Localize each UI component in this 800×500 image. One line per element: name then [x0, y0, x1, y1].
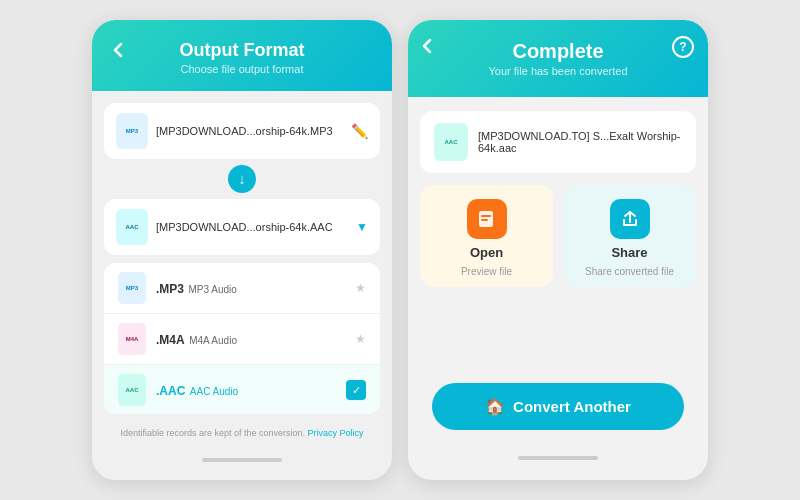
format-mp3-text: .MP3 MP3 Audio — [156, 279, 345, 297]
right-panel-body: AAC [MP3DOWNLOAD.TO] S...Exalt Worship-6… — [408, 97, 708, 480]
right-panel-title: Complete — [424, 40, 692, 63]
share-sublabel: Share converted file — [585, 266, 674, 277]
edit-icon[interactable]: ✏️ — [351, 123, 368, 139]
result-file-row: AAC [MP3DOWNLOAD.TO] S...Exalt Worship-6… — [420, 111, 696, 173]
left-panel: Output Format Choose file output format … — [92, 20, 392, 480]
action-buttons: Open Preview file Share Share converted … — [420, 185, 696, 287]
open-label: Open — [470, 245, 503, 260]
format-m4a-text: .M4A M4A Audio — [156, 330, 345, 348]
left-panel-subtitle: Choose file output format — [108, 63, 376, 75]
source-file-name: [MP3DOWNLOAD...orship-64k.MP3 — [156, 125, 343, 137]
output-file-name: [MP3DOWNLOAD...orship-64k.AAC — [156, 221, 348, 233]
share-button[interactable]: Share Share converted file — [563, 185, 696, 287]
convert-another-button[interactable]: 🏠 Convert Another — [432, 383, 684, 430]
share-icon — [610, 199, 650, 239]
format-mp3[interactable]: MP3 .MP3 MP3 Audio ★ — [104, 263, 380, 314]
left-back-button[interactable] — [106, 38, 130, 62]
open-button[interactable]: Open Preview file — [420, 185, 553, 287]
home-indicator-right — [420, 450, 696, 466]
format-mp3-icon: MP3 — [118, 272, 146, 304]
help-button[interactable]: ? — [672, 36, 694, 58]
arrow-circle: ↓ — [228, 165, 256, 193]
right-back-button[interactable] — [422, 38, 432, 58]
source-file-row: [MP3DOWNLOAD...orship-64k.MP3 ✏️ — [104, 103, 380, 159]
dropdown-icon: ▼ — [356, 220, 368, 234]
convert-another-label: Convert Another — [513, 398, 631, 415]
left-panel-body: [MP3DOWNLOAD...orship-64k.MP3 ✏️ ↓ AAC [… — [92, 91, 392, 480]
output-file-row[interactable]: AAC [MP3DOWNLOAD...orship-64k.AAC ▼ — [104, 199, 380, 255]
convert-arrow: ↓ — [104, 165, 380, 193]
open-sublabel: Preview file — [461, 266, 512, 277]
format-m4a[interactable]: M4A .M4A M4A Audio ★ — [104, 314, 380, 365]
format-m4a-icon: M4A — [118, 323, 146, 355]
format-aac-icon: AAC — [118, 374, 146, 406]
left-header: Output Format Choose file output format — [92, 20, 392, 91]
svg-rect-1 — [481, 215, 491, 217]
home-bar-left — [202, 458, 282, 462]
star-icon-m4a[interactable]: ★ — [355, 332, 366, 346]
share-label: Share — [611, 245, 647, 260]
check-icon-aac: ✓ — [346, 380, 366, 400]
format-aac-text: .AAC AAC Audio — [156, 381, 336, 399]
output-file-icon: AAC — [116, 209, 148, 245]
open-icon — [467, 199, 507, 239]
result-file-name: [MP3DOWNLOAD.TO] S...Exalt Worship-64k.a… — [478, 130, 682, 154]
format-list: MP3 .MP3 MP3 Audio ★ M4A .M4A M4A Audio … — [104, 263, 380, 414]
svg-rect-2 — [481, 219, 488, 221]
privacy-policy-link[interactable]: Privacy Policy — [308, 428, 364, 438]
convert-another-icon: 🏠 — [485, 397, 505, 416]
right-header: ? Complete Your file has been converted — [408, 20, 708, 97]
left-panel-title: Output Format — [108, 40, 376, 61]
right-panel-subtitle: Your file has been converted — [424, 65, 692, 77]
source-file-icon — [116, 113, 148, 149]
result-file-icon: AAC — [434, 123, 468, 161]
star-icon-mp3[interactable]: ★ — [355, 281, 366, 295]
right-panel: ? Complete Your file has been converted … — [408, 20, 708, 480]
bottom-note: Identifiable records are kept of the con… — [104, 422, 380, 444]
home-bar-right — [518, 456, 598, 460]
format-aac[interactable]: AAC .AAC AAC Audio ✓ — [104, 365, 380, 414]
home-indicator-left — [104, 452, 380, 468]
